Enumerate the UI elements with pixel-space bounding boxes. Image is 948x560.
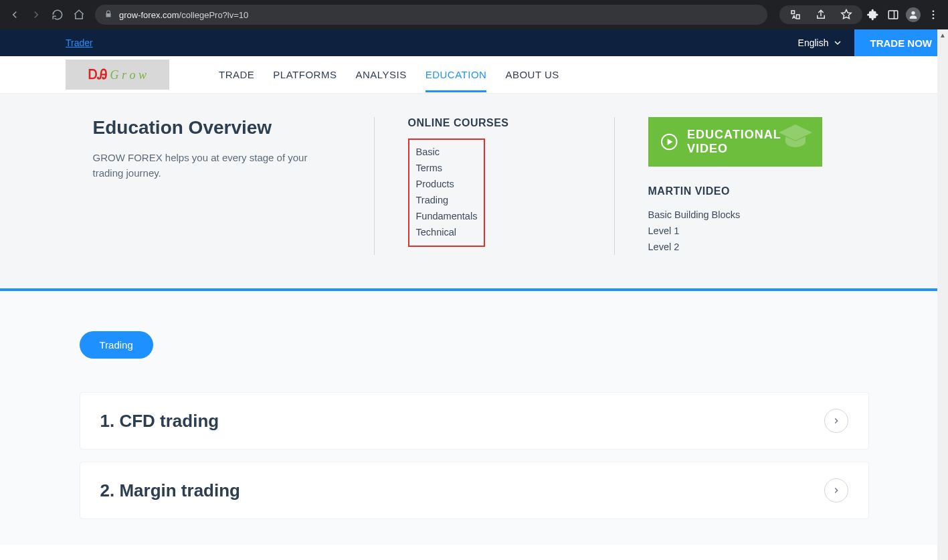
vertical-scrollbar[interactable]: ▲ (937, 29, 948, 545)
reload-button[interactable] (48, 5, 67, 24)
nav-trade[interactable]: TRADE (209, 57, 264, 92)
overview-title: Education Overview (93, 117, 341, 138)
accordion-cfd-trading[interactable]: 1. CFD trading (80, 392, 869, 450)
home-button[interactable] (70, 5, 88, 24)
svg-point-2 (911, 11, 915, 15)
url-actions-pill (779, 5, 862, 24)
trading-pill-button[interactable]: Trading (80, 331, 153, 359)
educational-video-banner[interactable]: EDUCATIONAL VIDEO (648, 117, 822, 167)
course-terms[interactable]: Terms (416, 160, 478, 176)
overview-description: GROW FOREX helps you at every stage of y… (93, 151, 341, 181)
back-button[interactable] (5, 5, 24, 24)
accordion-title: 1. CFD trading (100, 411, 219, 432)
nav-analysis[interactable]: ANALYSIS (346, 57, 415, 92)
martin-basic-building-blocks[interactable]: Basic Building Blocks (648, 207, 822, 223)
trade-now-button[interactable]: TRADE NOW (854, 29, 949, 56)
kebab-menu-icon[interactable] (924, 5, 943, 24)
course-basic[interactable]: Basic (416, 144, 478, 160)
martin-level-1[interactable]: Level 1 (648, 223, 822, 239)
language-selector[interactable]: English (785, 37, 854, 48)
translate-icon[interactable] (786, 5, 805, 24)
martin-level-2[interactable]: Level 2 (648, 239, 822, 255)
browser-chrome: grow-forex.com/collegePro?lv=10 (0, 0, 948, 29)
svg-point-4 (933, 14, 935, 16)
chevron-right-icon (824, 409, 848, 433)
chevron-down-icon (834, 39, 841, 46)
accordion-title: 2. Margin trading (100, 480, 240, 501)
forward-button[interactable] (27, 5, 45, 24)
martin-video-heading: MARTIN VIDEO (648, 185, 822, 197)
site-logo[interactable]: ᎠᎯ G r o w (66, 60, 169, 90)
share-icon[interactable] (812, 5, 830, 24)
side-panel-icon[interactable] (884, 5, 903, 24)
site-top-bar: Trader English TRADE NOW (0, 29, 948, 56)
online-courses-heading: ONLINE COURSES (408, 117, 581, 129)
scroll-up-icon[interactable]: ▲ (937, 29, 948, 40)
course-trading[interactable]: Trading (416, 192, 478, 208)
language-label: English (798, 37, 829, 48)
trader-link[interactable]: Trader (66, 37, 93, 48)
page-content: Trading 1. CFD trading 2. Margin trading (0, 291, 948, 545)
main-nav: ᎠᎯ G r o w TRADE PLATFORMS ANALYSIS EDUC… (0, 56, 948, 94)
profile-avatar[interactable] (904, 5, 923, 24)
svg-point-3 (933, 10, 935, 12)
course-technical[interactable]: Technical (416, 224, 478, 240)
address-bar[interactable]: grow-forex.com/collegePro?lv=10 (95, 5, 767, 25)
lock-icon (104, 9, 112, 21)
courses-highlight-box: Basic Terms Products Trading Fundamental… (408, 138, 486, 247)
nav-education[interactable]: EDUCATION (416, 57, 496, 92)
chevron-right-icon (824, 478, 848, 502)
bookmark-star-icon[interactable] (837, 5, 856, 24)
course-fundamentals[interactable]: Fundamentals (416, 208, 478, 224)
course-products[interactable]: Products (416, 176, 478, 192)
nav-about-us[interactable]: ABOUT US (496, 57, 568, 92)
accordion-margin-trading[interactable]: 2. Margin trading (80, 462, 869, 519)
nav-platforms[interactable]: PLATFORMS (264, 57, 346, 92)
svg-point-5 (933, 17, 935, 19)
url-text: grow-forex.com/collegePro?lv=10 (119, 10, 248, 20)
svg-rect-0 (888, 11, 898, 19)
education-mega-menu: Education Overview GROW FOREX helps you … (0, 94, 948, 288)
graduation-cap-icon (775, 121, 816, 151)
extensions-icon[interactable] (864, 5, 882, 24)
play-icon (660, 132, 678, 152)
